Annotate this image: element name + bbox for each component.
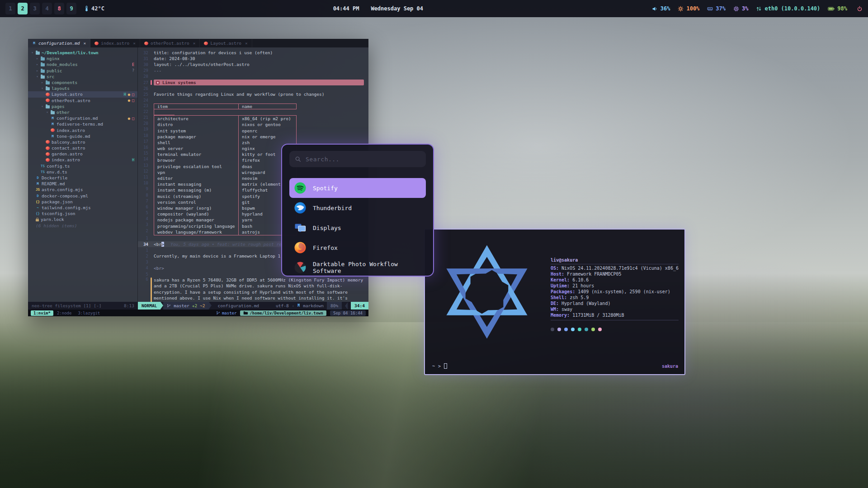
- table-cell: music (streaming): [154, 194, 238, 199]
- workspace-3[interactable]: 3: [30, 3, 40, 14]
- tree-item-garden.astro[interactable]: garden.astro: [28, 151, 137, 157]
- module-value: eth0 (10.0.0.140): [764, 5, 820, 12]
- folder-open-icon: [41, 75, 45, 79]
- tree-item-badges: ?: [132, 68, 134, 73]
- folder-open-icon: [46, 105, 50, 108]
- table-row: version controlgit: [154, 199, 296, 205]
- tree-item-label: configuration.md: [57, 116, 98, 121]
- line-number: 21: [138, 115, 151, 121]
- tree-item-other[interactable]: ▾other: [28, 109, 137, 115]
- tree-item-Layout.astro[interactable]: Layout.astroH●□: [28, 91, 137, 97]
- tree-item-configuration.md[interactable]: Mconfiguration.md●□: [28, 115, 137, 121]
- launcher-item-thunderbird[interactable]: Thunderbird: [289, 198, 426, 218]
- tree-item-otherPost.astro[interactable]: otherPost.astro●□: [28, 98, 137, 103]
- tree-item-fediverse-terms.md[interactable]: Mfediverse-terms.md: [28, 121, 137, 127]
- tree-item-src[interactable]: ▾src: [28, 74, 137, 80]
- tree-item-env.d.ts[interactable]: TSenv.d.ts: [28, 169, 137, 175]
- clock[interactable]: 04:44 PM Wednesday Sep 04: [104, 5, 652, 12]
- table-row: programming/scripting languagebash: [154, 223, 296, 229]
- tab-index.astro[interactable]: index.astro×: [90, 39, 140, 47]
- buffer-line: 27Linux systems: [138, 80, 368, 85]
- tree-item-yarn.lock[interactable]: yarn.lock: [28, 216, 137, 222]
- table-cell: compositor (wayland): [154, 211, 238, 216]
- line-text: sakura has a Ryzen 5 7640U, 32GB of DDR5…: [154, 277, 368, 302]
- workspace-2[interactable]: 2: [18, 3, 28, 14]
- line-number: 24: [138, 98, 151, 103]
- shell-prompt[interactable]: ~ >: [432, 363, 447, 369]
- tree-item-README.md[interactable]: MREADME.md: [28, 181, 137, 187]
- tree-item-label: config.ts: [47, 164, 70, 169]
- tree-item-node_modules[interactable]: ▸node_modulesE: [28, 61, 137, 67]
- table-cell: window manager (xorg): [154, 206, 238, 211]
- tree-root[interactable]: ▾ ~/Development/liv.town: [28, 50, 137, 56]
- astro-file-icon: [46, 93, 50, 96]
- close-icon[interactable]: ×: [84, 41, 86, 46]
- tmux-window-2:node[interactable]: 2:node: [54, 310, 75, 316]
- fetch-key: DE:: [551, 301, 559, 307]
- close-icon[interactable]: ×: [133, 41, 136, 46]
- line-number: 23: [138, 103, 151, 109]
- close-icon[interactable]: ×: [193, 41, 196, 46]
- line-number: 19: [138, 127, 151, 133]
- fetch-row: DE:Hyprland (Wayland): [551, 301, 679, 307]
- tree-item-balcony.astro[interactable]: balcony.astro: [28, 139, 137, 145]
- table-header-cell: item: [154, 104, 238, 109]
- launcher-item-darktable[interactable]: Darktable Photo Workflow Software: [289, 258, 426, 277]
- git-blame-text: You, 5 days ago • feat: write rough post…: [170, 242, 282, 247]
- tree-item-astro.config.mjs[interactable]: JSastro.config.mjs: [28, 187, 137, 192]
- launcher-search-input[interactable]: Search...: [289, 151, 426, 167]
- astro-file-icon: [46, 146, 50, 150]
- line-number: 4: [138, 216, 151, 222]
- workspace-4[interactable]: 4: [42, 3, 52, 14]
- tab-otherPost.astro[interactable]: otherPost.astro×: [140, 39, 200, 47]
- tree-item-label: node_modules: [47, 62, 78, 67]
- tmux-window-1:nvim*[interactable]: 1:nvim*: [31, 310, 53, 316]
- desktop: 123489 42°C 04:44 PM Wednesday Sep 04 36…: [0, 0, 868, 488]
- chevron-right-icon: ▸: [36, 62, 39, 66]
- tree-item-components[interactable]: ▸components: [28, 80, 137, 85]
- markdown-file-icon: M: [32, 41, 36, 45]
- tree-item-Dockerfile[interactable]: DDockerfile: [28, 175, 137, 181]
- close-icon[interactable]: ×: [245, 41, 248, 46]
- tree-item-layouts[interactable]: ▾layouts: [28, 85, 137, 91]
- fetch-key: WM:: [551, 307, 559, 313]
- tree-item-package.json[interactable]: {}package.json: [28, 199, 137, 205]
- tree-item-index.astro[interactable]: index.astro: [28, 127, 137, 133]
- sign-column: [151, 265, 154, 271]
- launcher-item-spotify[interactable]: Spotify: [289, 178, 426, 198]
- tab-Layout.astro[interactable]: Layout.astro×: [200, 39, 252, 47]
- fetch-value: sway: [561, 307, 572, 313]
- nixos-logo: [433, 239, 541, 345]
- tree-item-docker-compose.yml[interactable]: Ddocker-compose.yml: [28, 193, 137, 199]
- tree-item-index.astro[interactable]: index.astroH: [28, 157, 137, 163]
- workspace-1[interactable]: 1: [5, 3, 15, 14]
- buffer-line: 6sakura has a Ryzen 5 7640U, 32GB of DDR…: [138, 277, 368, 302]
- app-launcher: Search... SpotifyThunderbirdDisplaysFire…: [281, 144, 434, 277]
- tree-item-public[interactable]: ▸public?: [28, 68, 137, 74]
- tree-item-nginx[interactable]: ▸nginx: [28, 56, 137, 61]
- table-cell: programming/scripting language: [154, 224, 238, 229]
- tab-configuration.md[interactable]: Mconfiguration.md×: [28, 39, 90, 47]
- workspace-8[interactable]: 8: [54, 3, 64, 14]
- tree-item-pages[interactable]: ▾pages: [28, 103, 137, 109]
- module-value: 36%: [660, 5, 670, 12]
- tree-item-config.ts[interactable]: TSconfig.ts: [28, 163, 137, 169]
- tmux-window-3:lazygit[interactable]: 3:lazygit: [75, 310, 103, 316]
- fetch-value: 21 hours: [572, 283, 594, 289]
- fetch-key: Host:: [551, 272, 564, 277]
- module-network: eth0 (10.0.0.140): [756, 5, 820, 12]
- tree-item-label: Dockerfile: [42, 175, 67, 180]
- fetch-row: Memory:11731MiB / 31280MiB: [551, 313, 679, 319]
- line-number: 3: [138, 260, 151, 264]
- tree-item-contact.astro[interactable]: contact.astro: [28, 145, 137, 151]
- chevron-right-icon: ▸: [36, 69, 39, 73]
- power-icon[interactable]: [857, 6, 863, 12]
- fetch-key: Memory:: [551, 313, 570, 319]
- launcher-item-displays[interactable]: Displays: [289, 218, 426, 238]
- tree-item-(6 hidden items)[interactable]: (6 hidden items): [28, 222, 137, 228]
- launcher-item-firefox[interactable]: Firefox: [289, 238, 426, 258]
- tree-item-tailwind.config.mjs[interactable]: ~tailwind.config.mjs: [28, 205, 137, 211]
- tree-item-tsconfig.json[interactable]: {}tsconfig.json: [28, 211, 137, 216]
- workspace-9[interactable]: 9: [66, 3, 76, 14]
- tree-item-tone-guide.md[interactable]: Mtone-guide.md: [28, 133, 137, 139]
